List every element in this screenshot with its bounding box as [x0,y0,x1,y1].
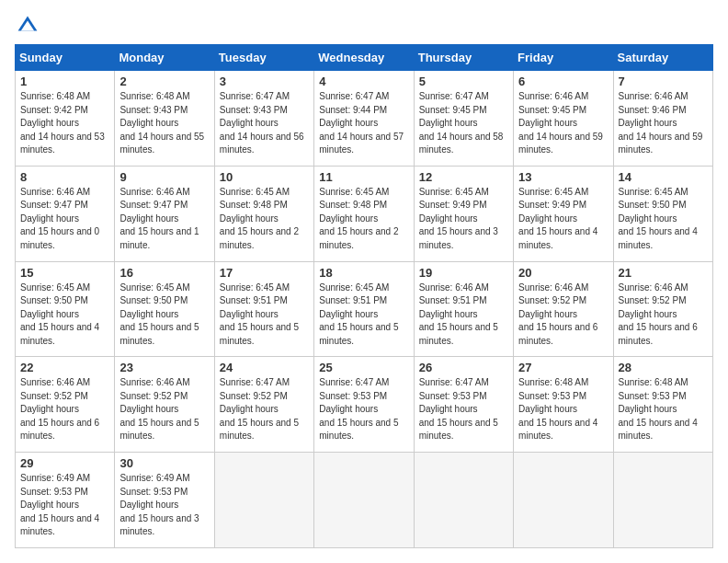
day-info: Sunrise: 6:46 AM Sunset: 9:52 PM Dayligh… [20,376,109,443]
day-info: Sunrise: 6:48 AM Sunset: 9:43 PM Dayligh… [119,90,209,157]
calendar-day-cell: 15 Sunrise: 6:45 AM Sunset: 9:50 PM Dayl… [16,261,115,357]
weekday-header-friday: Friday [514,45,613,71]
calendar-table: SundayMondayTuesdayWednesdayThursdayFrid… [15,44,713,548]
day-number: 16 [119,266,209,280]
day-number: 20 [518,266,608,280]
day-number: 19 [419,266,508,280]
day-number: 6 [518,75,608,88]
day-info: Sunrise: 6:46 AM Sunset: 9:51 PM Dayligh… [419,282,508,349]
day-number: 2 [119,75,209,88]
calendar-week-row: 15 Sunrise: 6:45 AM Sunset: 9:50 PM Dayl… [16,261,713,357]
page: SundayMondayTuesdayWednesdayThursdayFrid… [0,0,728,563]
day-number: 5 [419,75,508,88]
calendar-week-row: 29 Sunrise: 6:49 AM Sunset: 9:53 PM Dayl… [16,453,713,548]
weekday-header-thursday: Thursday [414,45,513,71]
day-info: Sunrise: 6:49 AM Sunset: 9:53 PM Dayligh… [119,472,209,539]
calendar-day-cell: 30 Sunrise: 6:49 AM Sunset: 9:53 PM Dayl… [115,453,214,548]
calendar-week-row: 22 Sunrise: 6:46 AM Sunset: 9:52 PM Dayl… [16,357,713,453]
calendar-day-cell: 28 Sunrise: 6:48 AM Sunset: 9:53 PM Dayl… [613,357,712,453]
day-number: 15 [20,266,109,280]
day-number: 25 [319,361,408,374]
calendar-day-cell: 16 Sunrise: 6:45 AM Sunset: 9:50 PM Dayl… [115,261,214,357]
day-info: Sunrise: 6:48 AM Sunset: 9:53 PM Dayligh… [619,376,708,443]
day-info: Sunrise: 6:48 AM Sunset: 9:53 PM Dayligh… [518,376,608,443]
calendar-day-cell: 4 Sunrise: 6:47 AM Sunset: 9:44 PM Dayli… [314,71,414,167]
weekday-header-monday: Monday [115,45,214,71]
day-info: Sunrise: 6:46 AM Sunset: 9:45 PM Dayligh… [518,90,608,157]
weekday-header-sunday: Sunday [16,45,115,71]
calendar-day-cell: 27 Sunrise: 6:48 AM Sunset: 9:53 PM Dayl… [514,357,613,453]
calendar-day-cell: 3 Sunrise: 6:47 AM Sunset: 9:43 PM Dayli… [214,71,313,167]
logo-icon [17,15,39,37]
day-info: Sunrise: 6:45 AM Sunset: 9:50 PM Dayligh… [20,282,109,349]
calendar-day-cell: 21 Sunrise: 6:46 AM Sunset: 9:52 PM Dayl… [613,261,712,357]
day-number: 11 [319,170,408,184]
day-info: Sunrise: 6:47 AM Sunset: 9:53 PM Dayligh… [319,376,408,443]
calendar-day-cell: 12 Sunrise: 6:45 AM Sunset: 9:49 PM Dayl… [414,166,513,261]
day-number: 10 [220,170,309,184]
day-number: 22 [20,361,109,374]
calendar-week-row: 8 Sunrise: 6:46 AM Sunset: 9:47 PM Dayli… [16,166,713,261]
calendar-day-cell: 18 Sunrise: 6:45 AM Sunset: 9:51 PM Dayl… [314,261,414,357]
calendar-day-cell [314,453,414,548]
day-number: 21 [619,266,708,280]
calendar-day-cell: 24 Sunrise: 6:47 AM Sunset: 9:52 PM Dayl… [214,357,313,453]
day-number: 9 [119,170,209,184]
day-info: Sunrise: 6:46 AM Sunset: 9:52 PM Dayligh… [619,282,708,349]
calendar-day-cell: 2 Sunrise: 6:48 AM Sunset: 9:43 PM Dayli… [115,71,214,167]
day-info: Sunrise: 6:46 AM Sunset: 9:46 PM Dayligh… [619,90,708,157]
calendar-day-cell: 25 Sunrise: 6:47 AM Sunset: 9:53 PM Dayl… [314,357,414,453]
logo [15,15,42,37]
day-info: Sunrise: 6:45 AM Sunset: 9:48 PM Dayligh… [220,186,309,253]
weekday-header-saturday: Saturday [613,45,712,71]
calendar-day-cell [214,453,313,548]
day-number: 12 [419,170,508,184]
day-info: Sunrise: 6:45 AM Sunset: 9:50 PM Dayligh… [119,282,209,349]
calendar-day-cell: 11 Sunrise: 6:45 AM Sunset: 9:48 PM Dayl… [314,166,414,261]
calendar-day-cell: 8 Sunrise: 6:46 AM Sunset: 9:47 PM Dayli… [16,166,115,261]
day-number: 29 [20,456,109,470]
day-info: Sunrise: 6:45 AM Sunset: 9:49 PM Dayligh… [419,186,508,253]
day-number: 4 [319,75,408,88]
day-info: Sunrise: 6:47 AM Sunset: 9:44 PM Dayligh… [319,90,408,157]
day-info: Sunrise: 6:45 AM Sunset: 9:51 PM Dayligh… [319,282,408,349]
day-number: 13 [518,170,608,184]
day-info: Sunrise: 6:46 AM Sunset: 9:47 PM Dayligh… [20,186,109,253]
calendar-day-cell: 13 Sunrise: 6:45 AM Sunset: 9:49 PM Dayl… [514,166,613,261]
day-number: 30 [119,456,209,470]
day-info: Sunrise: 6:45 AM Sunset: 9:49 PM Dayligh… [518,186,608,253]
day-info: Sunrise: 6:46 AM Sunset: 9:52 PM Dayligh… [119,376,209,443]
calendar-day-cell: 14 Sunrise: 6:45 AM Sunset: 9:50 PM Dayl… [613,166,712,261]
calendar-day-cell: 10 Sunrise: 6:45 AM Sunset: 9:48 PM Dayl… [214,166,313,261]
calendar-day-cell: 17 Sunrise: 6:45 AM Sunset: 9:51 PM Dayl… [214,261,313,357]
day-info: Sunrise: 6:46 AM Sunset: 9:52 PM Dayligh… [518,282,608,349]
day-info: Sunrise: 6:49 AM Sunset: 9:53 PM Dayligh… [20,472,109,539]
day-info: Sunrise: 6:48 AM Sunset: 9:42 PM Dayligh… [20,90,109,157]
calendar-day-cell: 6 Sunrise: 6:46 AM Sunset: 9:45 PM Dayli… [514,71,613,167]
day-number: 7 [619,75,708,88]
day-info: Sunrise: 6:47 AM Sunset: 9:52 PM Dayligh… [220,376,309,443]
day-info: Sunrise: 6:45 AM Sunset: 9:51 PM Dayligh… [220,282,309,349]
calendar-day-cell: 29 Sunrise: 6:49 AM Sunset: 9:53 PM Dayl… [16,453,115,548]
calendar-day-cell: 26 Sunrise: 6:47 AM Sunset: 9:53 PM Dayl… [414,357,513,453]
header [15,15,713,37]
day-info: Sunrise: 6:47 AM Sunset: 9:53 PM Dayligh… [419,376,508,443]
day-number: 27 [518,361,608,374]
calendar-day-cell: 7 Sunrise: 6:46 AM Sunset: 9:46 PM Dayli… [613,71,712,167]
day-number: 8 [20,170,109,184]
calendar-week-row: 1 Sunrise: 6:48 AM Sunset: 9:42 PM Dayli… [16,71,713,167]
day-info: Sunrise: 6:45 AM Sunset: 9:48 PM Dayligh… [319,186,408,253]
day-number: 3 [220,75,309,88]
calendar-day-cell: 23 Sunrise: 6:46 AM Sunset: 9:52 PM Dayl… [115,357,214,453]
day-number: 26 [419,361,508,374]
calendar-day-cell: 20 Sunrise: 6:46 AM Sunset: 9:52 PM Dayl… [514,261,613,357]
calendar-day-cell: 5 Sunrise: 6:47 AM Sunset: 9:45 PM Dayli… [414,71,513,167]
calendar-day-cell [414,453,513,548]
weekday-header-tuesday: Tuesday [214,45,313,71]
calendar-day-cell: 9 Sunrise: 6:46 AM Sunset: 9:47 PM Dayli… [115,166,214,261]
calendar-day-cell: 1 Sunrise: 6:48 AM Sunset: 9:42 PM Dayli… [16,71,115,167]
day-number: 23 [119,361,209,374]
day-number: 14 [619,170,708,184]
day-number: 17 [220,266,309,280]
day-info: Sunrise: 6:45 AM Sunset: 9:50 PM Dayligh… [619,186,708,253]
